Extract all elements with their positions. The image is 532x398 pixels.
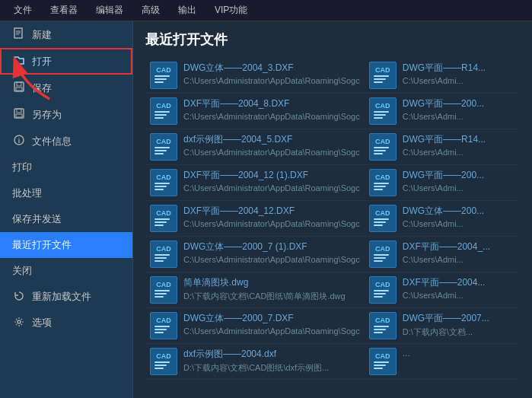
content-title: 最近打开文件 <box>145 30 520 49</box>
file-name[interactable]: DXF平面——2004_12.DXF <box>183 205 360 218</box>
sidebar-item-options[interactable]: 选项 <box>0 310 132 336</box>
main-layout: 新建 打开 保存 另存为 i 文件信息 <box>0 21 532 398</box>
new-icon <box>12 27 26 42</box>
menu-output[interactable]: 输出 <box>170 2 204 18</box>
cad-file-icon: CAD <box>150 62 177 89</box>
sidebar-item-savesend[interactable]: 保存并发送 <box>0 206 132 232</box>
menu-viewer[interactable]: 查看器 <box>43 2 85 18</box>
list-item[interactable]: CAD ... <box>365 344 520 380</box>
cad-file-icon: CAD <box>369 312 397 339</box>
sidebar-label-saveas: 另存为 <box>32 108 62 122</box>
file-name[interactable]: 简单滴图块.dwg <box>183 276 360 289</box>
content-area: 最近打开文件 CAD DWG立体——2004_3.DXF C:\Users\Ad… <box>133 21 532 398</box>
file-path: C:\Users\Administrator\AppData\Roaming\S… <box>183 326 360 336</box>
menu-editor[interactable]: 编辑器 <box>88 2 131 18</box>
file-name[interactable]: ... <box>403 348 515 358</box>
file-name[interactable]: DWG平面——R14... <box>403 62 515 75</box>
file-name[interactable]: dxf示例图——2004_5.DXF <box>183 133 360 146</box>
file-path: D:\下载内容\文档\CAD图纸\简单滴图块.dwg <box>183 291 360 302</box>
list-item[interactable]: CAD DXF平面——2004... C:\Users\Admi... <box>365 272 520 308</box>
list-item[interactable]: CAD DWG平面——200... C:\Users\Admi... <box>365 94 520 129</box>
file-name[interactable]: dxf示例图——2004.dxf <box>183 348 360 361</box>
svg-rect-6 <box>16 88 22 91</box>
list-item[interactable]: CAD DWG立体——200... C:\Users\Admi... <box>365 201 520 237</box>
file-path: D:\下载内容\文档\CAD图纸\dxf示例图... <box>183 362 360 374</box>
sidebar-item-batch[interactable]: 批处理 <box>0 180 132 206</box>
cad-file-icon: CAD <box>369 169 397 196</box>
file-path: C:\Users\Administrator\AppData\Roaming\S… <box>183 255 360 264</box>
options-icon <box>12 317 26 330</box>
list-item[interactable]: CAD DXF平面——2004_12 (1).DXF C:\Users\Admi… <box>145 165 365 201</box>
file-path: C:\Users\Admi... <box>403 76 515 85</box>
sidebar-item-saveas[interactable]: 另存为 <box>0 101 132 128</box>
sidebar-label-open: 打开 <box>32 55 52 68</box>
sidebar-label-save: 保存 <box>32 81 52 95</box>
cad-file-icon: CAD <box>369 205 397 232</box>
file-name[interactable]: DXF平面——2004_... <box>403 240 515 253</box>
cad-file-icon: CAD <box>369 97 397 125</box>
file-name[interactable]: DWG立体——2000_7.DXF <box>183 312 360 325</box>
sidebar-item-fileinfo[interactable]: i 文件信息 <box>0 128 132 154</box>
cad-file-icon: CAD <box>150 133 177 161</box>
list-item[interactable]: CAD DXF平面——2004_12.DXF C:\Users\Administ… <box>145 201 365 237</box>
cad-file-icon: CAD <box>369 348 397 375</box>
cad-file-icon: CAD <box>150 240 177 268</box>
file-name[interactable]: DWG平面——R14... <box>403 133 515 146</box>
file-path: C:\Users\Administrator\AppData\Roaming\S… <box>183 76 360 85</box>
file-name[interactable]: DXF平面——2004_8.DXF <box>183 97 360 110</box>
sidebar-item-save[interactable]: 保存 <box>0 75 132 101</box>
list-item[interactable]: CAD DXF平面——2004_... C:\Users\Admi... <box>365 237 520 272</box>
list-item[interactable]: CAD DXF平面——2004_8.DXF C:\Users\Administr… <box>145 94 365 129</box>
list-item[interactable]: CAD 简单滴图块.dwg D:\下载内容\文档\CAD图纸\简单滴图块.dwg <box>145 272 365 308</box>
menu-bar: 文件 查看器 编辑器 高级 输出 VIP功能 <box>0 0 532 21</box>
file-name[interactable]: DWG立体——200... <box>403 205 515 218</box>
svg-text:i: i <box>18 137 21 145</box>
sidebar-item-print[interactable]: 打印 <box>0 154 132 180</box>
sidebar-item-close[interactable]: 关闭 <box>0 258 132 284</box>
file-path: C:\Users\Admi... <box>403 148 515 157</box>
reload-icon <box>12 291 26 304</box>
file-path: C:\Users\Administrator\AppData\Roaming\S… <box>183 219 360 228</box>
file-path: D:\下载内容\文档... <box>403 326 515 338</box>
list-item[interactable]: CAD dxf示例图——2004.dxf D:\下载内容\文档\CAD图纸\dx… <box>145 344 365 380</box>
cad-file-icon: CAD <box>150 97 177 125</box>
list-item[interactable]: CAD DWG平面——200... C:\Users\Admi... <box>365 165 520 201</box>
file-name[interactable]: DWG平面——200... <box>403 169 515 182</box>
file-name[interactable]: DXF平面——2004_12 (1).DXF <box>183 169 360 182</box>
open-icon <box>12 54 26 68</box>
menu-file[interactable]: 文件 <box>6 2 40 18</box>
list-item[interactable]: CAD DWG平面——R14... C:\Users\Admi... <box>365 58 520 94</box>
cad-file-icon: CAD <box>369 133 397 161</box>
list-item[interactable]: CAD dxf示例图——2004_5.DXF C:\Users\Administ… <box>145 129 365 165</box>
sidebar: 新建 打开 保存 另存为 i 文件信息 <box>0 21 133 398</box>
file-path: C:\Users\Administrator\AppData\Roaming\S… <box>183 183 360 193</box>
svg-rect-9 <box>16 114 22 117</box>
cad-file-icon: CAD <box>369 240 397 268</box>
sidebar-label-reload: 重新加载文件 <box>32 290 91 304</box>
cad-file-icon: CAD <box>150 169 177 196</box>
file-name[interactable]: DWG平面——2007... <box>403 312 515 325</box>
sidebar-label-options: 选项 <box>32 316 52 330</box>
file-name[interactable]: DWG平面——200... <box>403 97 515 110</box>
list-item[interactable]: CAD DWG立体——2000_7.DXF C:\Users\Administr… <box>145 308 365 344</box>
list-item[interactable]: CAD DWG立体——2004_3.DXF C:\Users\Administr… <box>145 58 365 94</box>
menu-advanced[interactable]: 高级 <box>134 2 167 18</box>
svg-point-12 <box>18 320 21 323</box>
cad-file-icon: CAD <box>369 62 397 89</box>
sidebar-item-new[interactable]: 新建 <box>0 21 132 48</box>
menu-vip[interactable]: VIP功能 <box>207 2 255 18</box>
file-path: C:\Users\Admi... <box>403 219 515 228</box>
sidebar-item-open[interactable]: 打开 <box>0 48 132 75</box>
list-item[interactable]: CAD DWG立体——2000_7 (1).DXF C:\Users\Admin… <box>145 237 365 272</box>
file-name[interactable]: DXF平面——2004... <box>403 276 515 289</box>
sidebar-label-batch: 批处理 <box>12 186 42 200</box>
list-item[interactable]: CAD DWG平面——2007... D:\下载内容\文档... <box>365 308 520 344</box>
file-name[interactable]: DWG立体——2000_7 (1).DXF <box>183 240 360 253</box>
sidebar-item-recent[interactable]: 最近打开文件 <box>0 232 132 258</box>
sidebar-label-print: 打印 <box>12 161 32 174</box>
file-name[interactable]: DWG立体——2004_3.DXF <box>183 62 360 75</box>
sidebar-item-reload[interactable]: 重新加载文件 <box>0 284 132 310</box>
sidebar-label-savesend: 保存并发送 <box>12 212 62 226</box>
save-icon <box>12 81 26 95</box>
list-item[interactable]: CAD DWG平面——R14... C:\Users\Admi... <box>365 129 520 165</box>
